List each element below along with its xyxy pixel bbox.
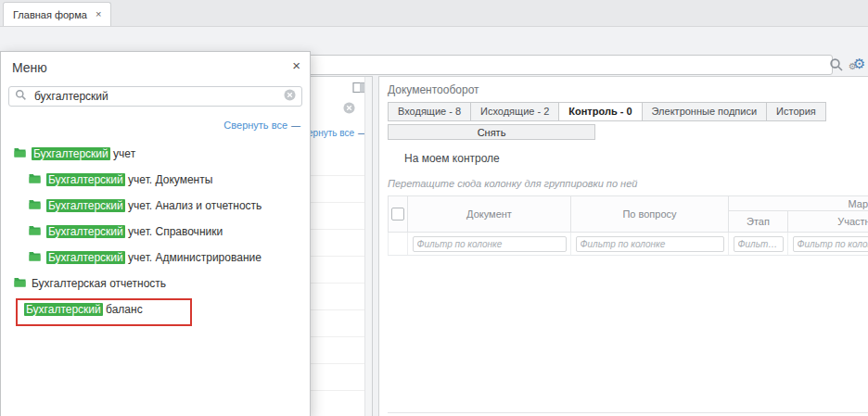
docflow-title: Документооборот — [388, 83, 479, 96]
column-header-stage[interactable]: Этап — [729, 211, 788, 232]
tab-history[interactable]: История — [766, 102, 826, 121]
collapse-icon: — — [291, 120, 300, 131]
section-title: На моем контроле — [404, 152, 500, 165]
filter-input-participants[interactable] — [793, 236, 868, 252]
control-grid: Документ По вопросу Маршрут Этап Участни… — [388, 195, 868, 256]
tab-main-form[interactable]: Главная форма × — [3, 2, 111, 26]
browser-tab-bar: Главная форма × — [0, 0, 868, 27]
tab-control[interactable]: Контроль - 0 — [558, 102, 642, 121]
filter-cell-document — [408, 233, 571, 255]
menu-popup: Меню × Свернуть все— Бу — [0, 51, 311, 416]
tree-item-accounting-analysis[interactable]: Бухгалтерский учет. Анализ и отчетность — [1, 193, 310, 219]
settings-gears-icon[interactable]: ⚙ ⚙ — [849, 55, 868, 74]
menu-search-input[interactable] — [32, 89, 278, 104]
column-group-route: Маршрут Этап Участники — [729, 196, 868, 232]
app-window: Главная форма × ⚙ ⚙ Свернуть все— — [0, 0, 868, 416]
tree-item-label: Бухгалтерский учет. Администрирование — [46, 251, 262, 264]
tree-item-accounting-documents[interactable]: Бухгалтерский учет. Документы — [1, 167, 310, 193]
tab-signatures[interactable]: Электронные подписи — [642, 102, 768, 121]
folder-icon — [29, 173, 41, 186]
select-all-cell — [388, 196, 408, 232]
tab-close-icon[interactable]: × — [96, 9, 101, 19]
tree-item-accounting-administration[interactable]: Бухгалтерский учет. Администрирование — [1, 245, 310, 271]
filter-cell-stage — [729, 233, 788, 255]
column-group-route-label: Маршрут — [729, 196, 868, 211]
menu-tree: Бухгалтерский учет Бухгалтерский учет. Д… — [1, 141, 310, 322]
folder-icon — [29, 225, 41, 238]
collapse-all-label: Свернуть все — [223, 120, 287, 131]
docflow-tabs: Входящие - 8 Исходящие - 2 Контроль - 0 … — [388, 102, 826, 121]
folder-icon — [29, 251, 41, 264]
clear-search-icon[interactable] — [343, 102, 355, 114]
menu-title: Меню — [12, 60, 47, 75]
tab-outbox[interactable]: Исходящие - 2 — [470, 102, 559, 121]
docflow-panel: Документооборот Входящие - 8 Исходящие -… — [378, 76, 868, 416]
filter-cell-participants — [788, 233, 868, 255]
remove-button[interactable]: Снять — [388, 124, 595, 140]
scrollbar[interactable] — [364, 77, 372, 416]
menu-search-box — [8, 86, 302, 107]
column-header-participants[interactable]: Участники — [788, 211, 868, 232]
tree-item-label: Бухгалтерский учет — [32, 147, 135, 160]
folder-icon — [29, 199, 41, 212]
red-annotation-box — [16, 298, 192, 326]
filter-input-document[interactable] — [413, 236, 567, 252]
tab-main-form-label: Главная форма — [13, 9, 87, 20]
tree-item-accounting-references[interactable]: Бухгалтерский учет. Справочники — [1, 219, 310, 245]
close-icon[interactable]: × — [292, 58, 300, 72]
gear-icon: ⚙ — [849, 62, 857, 71]
select-all-checkbox[interactable] — [391, 208, 404, 221]
column-header-subject[interactable]: По вопросу — [571, 196, 729, 232]
search-icon[interactable] — [829, 57, 844, 72]
tab-inbox[interactable]: Входящие - 8 — [388, 102, 471, 121]
tree-item-accounting[interactable]: Бухгалтерский учет — [1, 141, 310, 167]
filter-input-stage[interactable] — [734, 236, 784, 252]
collapse-all-link[interactable]: Свернуть все— — [223, 120, 300, 131]
filter-cell-subject — [571, 233, 729, 255]
tree-item-label: Бухгалтерский учет. Документы — [46, 173, 212, 186]
tree-item-label: Бухгалтерский учет. Анализ и отчетность — [46, 199, 262, 212]
tree-item-label: Бухгалтерская отчетность — [32, 277, 166, 290]
folder-icon — [14, 277, 26, 290]
tree-item-accounting-reports[interactable]: Бухгалтерская отчетность — [1, 271, 310, 296]
filter-input-subject[interactable] — [576, 236, 724, 252]
grid-filter-row — [388, 233, 868, 256]
dock-panel-icon[interactable] — [352, 82, 365, 94]
folder-icon — [14, 147, 26, 160]
clear-search-icon[interactable] — [284, 89, 296, 104]
filter-cell-checkbox — [388, 233, 408, 255]
grid-header: Документ По вопросу Маршрут Этап Участни… — [388, 195, 868, 233]
horizontal-scrollbar[interactable] — [388, 412, 868, 413]
column-header-document[interactable]: Документ — [408, 196, 571, 232]
grouping-hint: Перетащите сюда колонку для группировки … — [388, 178, 637, 189]
search-icon — [15, 89, 27, 104]
tree-item-label: Бухгалтерский учет. Справочники — [46, 225, 223, 238]
